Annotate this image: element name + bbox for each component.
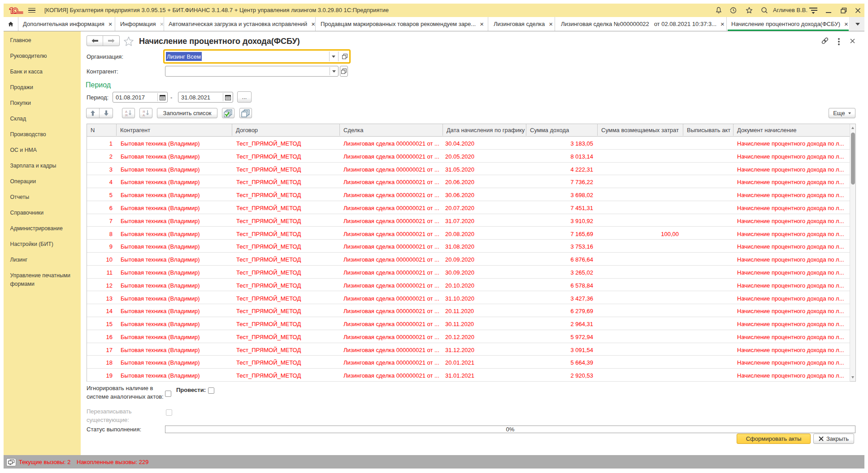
- svg-text:А: А: [143, 113, 145, 116]
- svg-text:Я: Я: [125, 113, 127, 116]
